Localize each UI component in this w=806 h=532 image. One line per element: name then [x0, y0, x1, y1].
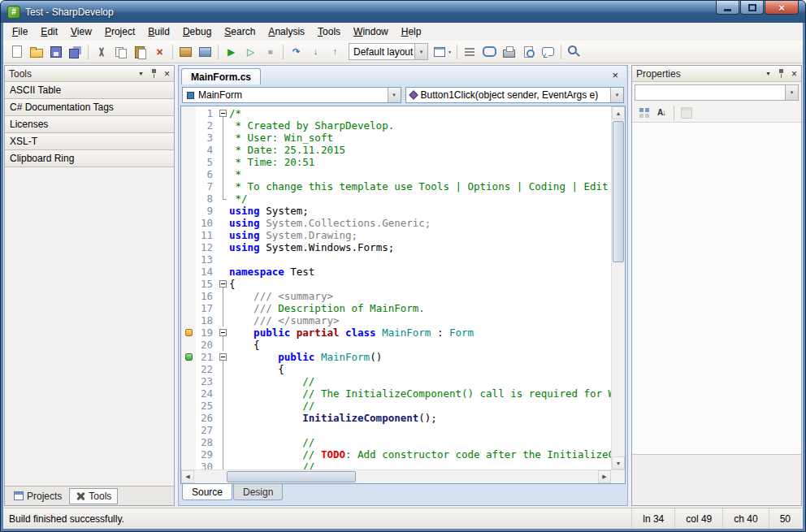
- code-line-13[interactable]: 13: [181, 253, 611, 266]
- fold-collapse-icon[interactable]: [219, 353, 227, 361]
- code-line-21[interactable]: 21 public MainForm(): [181, 351, 611, 363]
- fold-margin[interactable]: [217, 351, 229, 363]
- code-line-27[interactable]: 27: [181, 424, 611, 436]
- build-project-button[interactable]: [196, 43, 214, 61]
- tool-category-0[interactable]: ASCII Table: [5, 82, 174, 99]
- dropdown-arrow-icon[interactable]: ▼: [414, 44, 427, 59]
- menu-search[interactable]: Search: [218, 24, 262, 40]
- scroll-up-icon[interactable]: ▲: [612, 106, 625, 119]
- cut-button[interactable]: [92, 43, 110, 61]
- tool-category-4[interactable]: Clipboard Ring: [5, 150, 174, 167]
- vertical-scroll-track[interactable]: [612, 119, 625, 456]
- menu-edit[interactable]: Edit: [34, 24, 64, 40]
- alphabetical-sort-button[interactable]: A↓: [653, 104, 670, 122]
- dropdown-arrow-icon[interactable]: ▼: [785, 85, 798, 100]
- code-line-24[interactable]: 24 // The InitializeComponent() call is …: [181, 387, 611, 400]
- build-solution-button[interactable]: [176, 43, 195, 61]
- stop-button[interactable]: ■: [261, 43, 280, 61]
- code-line-11[interactable]: 11using System.Drawing;: [181, 229, 611, 241]
- run-button[interactable]: ▶: [222, 43, 240, 61]
- horizontal-scroll-thumb[interactable]: [227, 471, 356, 482]
- code-line-29[interactable]: 29 // TODO: Add constructor code after t…: [181, 448, 611, 461]
- save-file-button[interactable]: [46, 43, 65, 61]
- title-bar[interactable]: # Test - SharpDevelop ×: [1, 1, 805, 23]
- menu-project[interactable]: Project: [98, 24, 141, 40]
- scroll-down-icon[interactable]: ▼: [612, 456, 625, 469]
- scroll-right-icon[interactable]: ▶: [598, 470, 611, 483]
- layout-combo[interactable]: Default layout▼: [349, 43, 428, 60]
- dropdown-arrow-icon[interactable]: ▼: [388, 88, 401, 102]
- tab-source[interactable]: Source: [182, 484, 232, 500]
- code-line-26[interactable]: 26 InitializeComponent();: [181, 412, 611, 424]
- format-code-button[interactable]: [461, 43, 479, 61]
- copy-button[interactable]: [111, 43, 130, 61]
- code-line-28[interactable]: 28 //: [181, 436, 611, 448]
- highlight-region-button[interactable]: [480, 43, 499, 61]
- code-lines[interactable]: 1/*2 * Created by SharpDevelop.3 * User:…: [181, 106, 611, 469]
- class-combo[interactable]: MainForm ▼: [182, 87, 401, 103]
- dropdown-arrow-icon[interactable]: ▼: [448, 50, 452, 54]
- code-line-20[interactable]: 20 {: [181, 339, 611, 351]
- code-line-22[interactable]: 22 {: [181, 363, 611, 375]
- tool-category-3[interactable]: XSL-T: [5, 133, 174, 150]
- maximize-button[interactable]: [740, 1, 764, 15]
- new-view-button[interactable]: ▼: [432, 43, 453, 61]
- run-without-debugger-button[interactable]: ▷: [241, 43, 260, 61]
- app-icon[interactable]: #: [7, 6, 20, 19]
- tool-category-1[interactable]: C# Documentation Tags: [5, 99, 174, 116]
- code-line-25[interactable]: 25 //: [181, 400, 611, 412]
- vertical-scroll-thumb[interactable]: [613, 121, 624, 262]
- tab-mainform-cs[interactable]: MainForm.cs: [181, 68, 261, 84]
- scroll-left-icon[interactable]: ◀: [181, 470, 194, 483]
- step-over-button[interactable]: ↷: [287, 43, 306, 61]
- print-preview-button[interactable]: [519, 43, 538, 61]
- code-editor[interactable]: 1/*2 * Created by SharpDevelop.3 * User:…: [180, 106, 626, 484]
- code-line-23[interactable]: 23 //: [181, 375, 611, 387]
- code-line-8[interactable]: 8 */: [181, 192, 611, 205]
- dock-tab-projects[interactable]: Projects: [8, 488, 67, 504]
- horizontal-scrollbar[interactable]: ◀ ▶: [181, 469, 625, 483]
- minimize-button[interactable]: [716, 1, 739, 15]
- menu-help[interactable]: Help: [395, 24, 428, 40]
- close-button[interactable]: ×: [765, 1, 799, 15]
- fold-margin[interactable]: [217, 107, 229, 119]
- code-line-15[interactable]: 15{: [181, 278, 611, 290]
- close-icon[interactable]: ×: [164, 69, 170, 79]
- horizontal-scroll-track[interactable]: [194, 470, 598, 483]
- pin-icon[interactable]: [150, 69, 158, 78]
- properties-grid[interactable]: [632, 123, 801, 455]
- chevron-down-icon[interactable]: ▼: [765, 71, 771, 76]
- menu-view[interactable]: View: [64, 24, 98, 40]
- menu-debug[interactable]: Debug: [176, 24, 218, 40]
- code-line-16[interactable]: 16 /// <summary>: [181, 290, 611, 302]
- close-tab-icon[interactable]: ×: [612, 69, 622, 84]
- code-line-5[interactable]: 5 * Time: 20:51: [181, 156, 611, 168]
- chevron-down-icon[interactable]: ▼: [138, 71, 144, 76]
- code-line-6[interactable]: 6 *: [181, 168, 611, 180]
- step-out-button[interactable]: ↑: [326, 43, 344, 61]
- feedback-button[interactable]: [539, 43, 557, 61]
- menu-build[interactable]: Build: [141, 24, 176, 40]
- code-line-14[interactable]: 14namespace Test: [181, 266, 611, 278]
- code-line-10[interactable]: 10using System.Collections.Generic;: [181, 217, 611, 229]
- code-line-9[interactable]: 9using System;: [181, 205, 611, 217]
- categorized-button[interactable]: [635, 104, 652, 122]
- code-line-18[interactable]: 18 /// </summary>: [181, 314, 611, 327]
- new-file-button[interactable]: [7, 43, 26, 61]
- dropdown-arrow-icon[interactable]: ▼: [610, 88, 623, 102]
- code-line-3[interactable]: 3 * User: Win_soft: [181, 132, 611, 144]
- menu-window[interactable]: Window: [347, 24, 395, 40]
- print-button[interactable]: [500, 43, 518, 61]
- pin-icon[interactable]: [778, 69, 785, 78]
- fold-margin[interactable]: [217, 327, 229, 339]
- menu-file[interactable]: File: [6, 24, 34, 40]
- search-button[interactable]: [565, 43, 583, 61]
- object-selector-combo[interactable]: ▼: [635, 84, 799, 101]
- fold-collapse-icon[interactable]: [219, 280, 227, 288]
- code-line-19[interactable]: 19 public partial class MainForm : Form: [181, 327, 611, 339]
- save-all-button[interactable]: [66, 43, 84, 61]
- fold-margin[interactable]: [217, 278, 229, 290]
- step-into-button[interactable]: ↓: [306, 43, 325, 61]
- vertical-scrollbar[interactable]: ▲ ▼: [611, 106, 625, 469]
- tab-design[interactable]: Design: [233, 484, 283, 500]
